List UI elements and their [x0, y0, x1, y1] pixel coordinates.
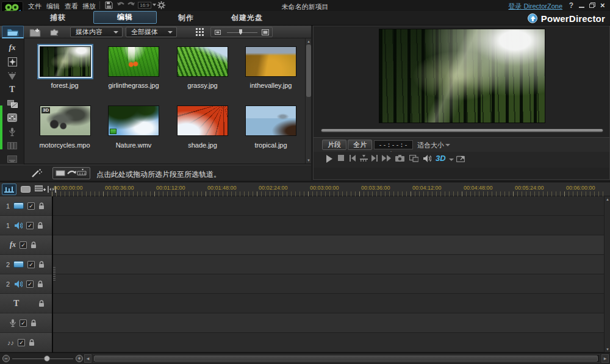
scroll-up-icon[interactable]: ▲	[605, 198, 610, 201]
subtitle-room-icon[interactable]	[0, 153, 24, 165]
zoom-slider-track[interactable]	[227, 32, 257, 33]
lock-icon[interactable]	[30, 241, 37, 249]
magic-wand-icon[interactable]	[30, 168, 43, 179]
track-lane-music[interactable]	[52, 333, 604, 352]
dual-preview-icon[interactable]	[409, 155, 418, 162]
zoom-slider-thumb[interactable]	[239, 29, 242, 35]
track-enable-checkbox[interactable]: ✓	[26, 280, 34, 288]
track-header-effect[interactable]: fx ✓	[0, 235, 52, 255]
audio-mixing-room-icon[interactable]	[0, 112, 24, 124]
timeline-zoom-out-button[interactable]: −	[2, 355, 10, 362]
3d-caret-icon[interactable]	[449, 159, 454, 161]
lock-icon[interactable]	[37, 280, 43, 288]
track-enable-checkbox[interactable]: ✓	[27, 202, 35, 210]
track-manager-button[interactable]	[33, 184, 48, 195]
plugin-puzzle-button[interactable]	[46, 26, 62, 38]
media-thumbnail-inthevalley[interactable]	[245, 46, 296, 77]
snapshot-camera-icon[interactable]	[395, 155, 404, 162]
next-frame-icon[interactable]	[371, 155, 378, 162]
track-enable-checkbox[interactable]: ✓	[20, 241, 27, 249]
scroll-down-icon[interactable]: ▼	[306, 159, 312, 162]
chapter-room-icon[interactable]	[0, 140, 24, 152]
scroll-down-icon[interactable]: ▼	[605, 348, 610, 351]
media-thumbnail-nature[interactable]	[108, 105, 159, 136]
tab-edit[interactable]: 编辑	[93, 11, 157, 24]
track-header-voice[interactable]: ✓	[0, 313, 52, 333]
timeline-zoom-track[interactable]	[12, 359, 73, 359]
aspect-caret-icon[interactable]	[152, 4, 156, 6]
timeline-zoom-thumb[interactable]	[44, 355, 50, 362]
media-thumbnail-forest[interactable]	[40, 46, 91, 77]
media-thumbnail-shade[interactable]	[177, 105, 228, 136]
track-enable-checkbox[interactable]: ✓	[20, 319, 27, 327]
close-button[interactable]: ×	[600, 2, 608, 9]
menu-edit[interactable]: 编辑	[46, 2, 60, 11]
preview-seek-slider[interactable]	[321, 129, 603, 132]
minimize-button[interactable]	[578, 2, 586, 9]
timecode-display[interactable]: --:--:--:--	[374, 140, 413, 149]
menu-view[interactable]: 查看	[65, 2, 78, 11]
stop-icon[interactable]	[338, 155, 344, 161]
media-thumbnail-girlinthegrass[interactable]	[108, 46, 159, 77]
tab-capture[interactable]: 捕获	[34, 11, 82, 24]
hscroll-thumb[interactable]	[94, 355, 598, 362]
media-thumbnail-motorcycles[interactable]: 3D	[40, 105, 91, 136]
hscroll-right-button[interactable]: ▶	[601, 354, 609, 363]
particle-room-icon[interactable]	[0, 70, 24, 82]
login-directorzone-link[interactable]: 登录 DirectorZone	[508, 2, 562, 11]
help-icon[interactable]: ?	[569, 1, 573, 10]
preview-video[interactable]	[379, 29, 545, 123]
track-header-audio-2[interactable]: 2 ✓	[0, 274, 52, 294]
large-thumbnail-icon[interactable]	[262, 29, 269, 35]
transition-room-icon[interactable]	[0, 98, 24, 110]
track-lane-video-2[interactable]	[52, 255, 604, 274]
media-room-button[interactable]	[2, 26, 24, 38]
previous-frame-icon[interactable]	[349, 155, 356, 162]
track-lane-video-1[interactable]	[52, 196, 604, 216]
library-scrollbar-thumb[interactable]	[306, 45, 311, 97]
timeline-vertical-scrollbar[interactable]: ▲ ▼	[604, 196, 610, 352]
save-icon[interactable]	[105, 1, 113, 9]
track-header-title[interactable]: T	[0, 294, 52, 313]
lock-icon[interactable]	[37, 222, 43, 229]
lock-icon[interactable]	[38, 261, 45, 268]
redo-icon[interactable]	[127, 1, 135, 9]
track-header-video-2[interactable]: 2 ✓	[0, 255, 52, 274]
library-scrollbar[interactable]: ▲ ▼	[305, 38, 311, 163]
lock-icon[interactable]	[29, 339, 35, 346]
media-thumbnail-tropical[interactable]	[245, 105, 296, 136]
timeline-zoom-in-button[interactable]: +	[76, 355, 83, 362]
aspect-ratio-selector[interactable]: 16:9	[138, 2, 151, 9]
media-filter-dropdown[interactable]: 全部媒体	[126, 27, 177, 37]
3d-mode-button[interactable]: 3D	[436, 154, 446, 163]
timeline-view-button[interactable]	[2, 184, 16, 195]
play-icon[interactable]	[326, 155, 333, 163]
track-header-music[interactable]: ♪♪ ✓	[0, 333, 52, 352]
clip-mode-button[interactable]: 片段	[322, 140, 346, 150]
undock-preview-icon[interactable]	[456, 155, 465, 162]
menu-play[interactable]: 播放	[82, 2, 96, 11]
storyboard-view-button[interactable]	[18, 184, 33, 195]
tab-produce[interactable]: 制作	[165, 11, 207, 24]
track-header-audio-1[interactable]: 1 ✓	[0, 216, 52, 235]
media-thumbnail-grassy[interactable]	[177, 46, 228, 77]
step-marker-icon[interactable]	[360, 155, 368, 162]
track-header-video-1[interactable]: 1 ✓	[0, 196, 52, 216]
lock-icon[interactable]	[38, 202, 45, 210]
scroll-up-icon[interactable]: ▲	[306, 40, 312, 43]
tab-create-disc[interactable]: 创建光盘	[218, 11, 276, 24]
effect-room-icon[interactable]: fx	[0, 41, 24, 54]
track-lane-title[interactable]	[52, 294, 604, 313]
restore-button[interactable]	[589, 2, 597, 9]
track-enable-checkbox[interactable]: ✓	[26, 222, 34, 229]
import-media-button[interactable]	[27, 26, 43, 38]
media-content-dropdown[interactable]: 媒体内容	[70, 27, 123, 37]
panel-resize-handle[interactable]	[53, 267, 56, 280]
track-lane-effect[interactable]	[52, 235, 604, 255]
track-lane-voice[interactable]	[52, 313, 604, 333]
menu-file[interactable]: 文件	[28, 2, 41, 11]
timeline-ruler[interactable]	[52, 191, 604, 196]
track-lane-audio-2[interactable]	[52, 274, 604, 294]
timeline-horizontal-scrollbar[interactable]	[93, 354, 600, 363]
undo-icon[interactable]	[117, 1, 125, 9]
